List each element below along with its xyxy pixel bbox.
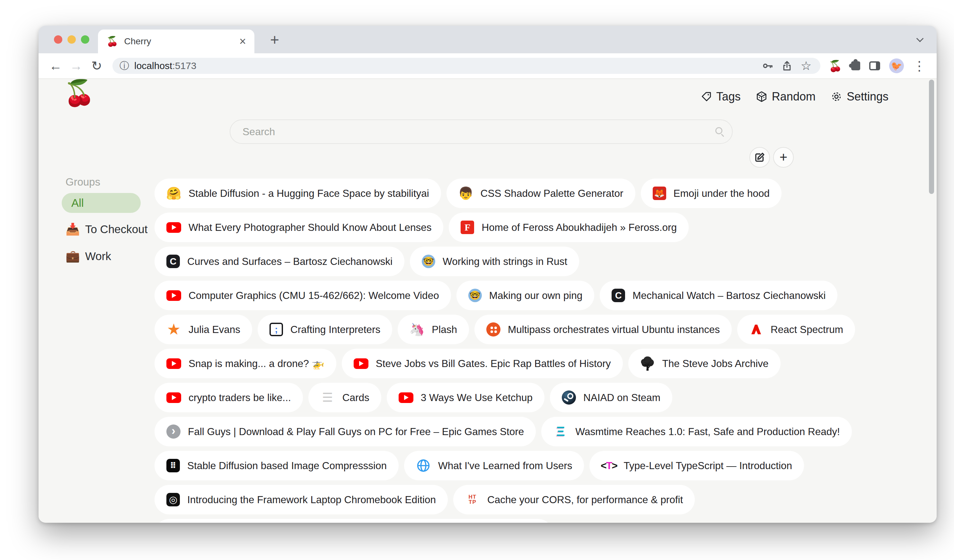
tag-icon [701,91,712,103]
tree-icon: 🌳 [640,356,655,370]
sidebar-item-to-checkout[interactable]: 📥 To Checkout [65,223,147,236]
feross-icon: F [461,221,474,234]
group-work-label: Work [85,250,111,263]
bookmark-pill[interactable]: React Spectrum [737,315,855,344]
new-tab-button[interactable]: + [265,30,284,49]
bookmark-pill[interactable]: HTTPCache your CORS, for performance & p… [453,485,695,514]
reload-button[interactable]: ↻ [87,56,106,75]
side-panel-icon[interactable] [869,61,880,70]
settings-button[interactable]: Settings [830,90,889,103]
youtube-icon [167,222,181,233]
password-key-icon[interactable] [761,60,775,72]
bookmark-pill[interactable]: 3 Ways We Use Ketchup [387,383,544,412]
ciechanowski-icon: C [612,289,625,302]
bookmark-pill[interactable]: ◎Introducing the Framework Laptop Chrome… [154,485,448,514]
bookmark-pill[interactable]: ★Julia Evans [154,315,252,344]
edit-button[interactable] [750,147,770,168]
bookmark-pill[interactable]: 🦊Emoji under the hood [641,179,781,208]
bookmark-pill[interactable]: CMechanical Watch – Bartosz Ciechanowski [600,281,837,310]
group-all-label: All [71,196,84,209]
bookmark-pill[interactable]: <T>Type-Level TypeScript — Introduction [589,451,804,481]
unicorn-icon: 🦄 [410,322,424,336]
add-bookmark-button[interactable]: + [773,147,794,168]
desktop-background: 🍒 Cherry × + ← → ↻ ⓘ localhost:5173 [0,0,954,560]
back-button[interactable]: ← [46,56,65,75]
bookmark-pill[interactable]: Steve Jobs vs Bill Gates. Epic Rap Battl… [342,349,623,378]
book-icon: ; [270,323,283,336]
extensions-puzzle-icon[interactable] [851,61,860,70]
bookmark-label: Plash [432,324,457,336]
bookmark-pill[interactable]: FHome of Feross Aboukhadijeh » Feross.or… [449,213,689,242]
globe-icon [416,459,431,473]
bookmark-pill[interactable]: Multipass orchestrates virtual Ubuntu in… [474,315,732,344]
bookmark-pill[interactable]: ;Crafting Interpreters [257,315,392,344]
framework-icon: ◎ [167,493,180,506]
bookmark-pill[interactable]: NAIAD on Steam [550,383,672,412]
http-toolkit-icon: HTTP [465,493,480,507]
window-close-button[interactable] [54,35,62,44]
bookmark-row: ★Julia Evans;Crafting Interpreters🦄Plash… [154,315,855,344]
forward-button[interactable]: → [67,56,86,75]
bookmark-pill[interactable]: 🦄Plash [398,315,469,344]
bookmark-row: 🤗Stable Diffusion - a Hugging Face Space… [154,179,855,208]
random-button[interactable]: Random [756,90,815,103]
bookmark-pill[interactable]: Snap is making... a drone? 🚁 [154,349,336,378]
epic-games-icon: › [167,425,181,439]
cherry-favicon-icon: 🍒 [106,37,118,46]
wasmtime-icon: Ξ [553,425,568,439]
page-nav: Tags Random Settings [701,90,889,103]
bookmark-pill[interactable]: CCurves and Surfaces – Bartosz Ciechanow… [154,247,404,276]
bookmark-label: Type-Level TypeScript — Introduction [624,460,792,472]
url-text: localhost:5173 [134,61,196,71]
browser-tab[interactable]: 🍒 Cherry × [98,30,254,53]
window-zoom-button[interactable] [81,35,89,44]
bookmark-pill[interactable]: Computer Graphics (CMU 15-462/662): Welc… [154,281,451,310]
bookmark-row: crypto traders be like...☰Cards3 Ways We… [154,383,855,412]
profile-avatar[interactable]: 🐦 [889,58,904,73]
sd-compression-icon: ⠿ [167,459,180,472]
bookmark-pill[interactable]: 🤓Making our own ping [457,281,595,310]
bookmark-label: The Steve Jobs Archive [662,358,768,370]
tab-close-icon[interactable]: × [239,36,246,47]
bookmark-label: Emoji under the hood [673,188,770,199]
bookmark-pill[interactable]: ›Fall Guys | Download & Play Fall Guys o… [154,417,536,446]
bookmark-pill[interactable]: What I've Learned from Users [404,451,584,481]
browser-menu-icon[interactable]: ⋮ [913,59,926,72]
search-bar [230,120,733,144]
bookmark-row: CCurves and Surfaces – Bartosz Ciechanow… [154,247,855,276]
gear-icon [830,90,843,103]
site-info-icon[interactable]: ⓘ [120,61,129,71]
share-icon[interactable] [780,60,794,72]
sidebar-item-all[interactable]: All [62,193,141,213]
bookmark-grid: 🤗Stable Diffusion - a Hugging Face Space… [154,179,855,514]
bookmark-label: What I've Learned from Users [438,460,572,472]
bookmark-pill[interactable]: crypto traders be like... [154,383,303,412]
tab-search-chevron-icon[interactable] [917,35,924,42]
window-minimize-button[interactable] [67,35,76,44]
bookmark-row: What Every Photographer Should Know Abou… [154,213,855,242]
tags-button[interactable]: Tags [701,90,741,103]
cherry-logo: 🍒 [64,80,95,105]
bookmark-row: ›Fall Guys | Download & Play Fall Guys o… [154,417,855,446]
bookmark-label: Stable Diffusion based Image Compresssio… [187,460,387,472]
search-input[interactable] [230,126,732,138]
url-bar[interactable]: ⓘ localhost:5173 ☆ [112,58,820,74]
bookmark-pill[interactable]: ΞWasmtime Reaches 1.0: Fast, Safe and Pr… [541,417,851,446]
cherry-extension-icon[interactable]: 🍒 [829,61,842,71]
bookmark-pill[interactable]: What Every Photographer Should Know Abou… [154,213,443,242]
typescript-icon: <T> [601,459,616,473]
ciechanowski-icon: C [167,255,180,268]
bookmark-pill[interactable]: 🤓Working with strings in Rust [410,247,579,276]
bookmark-pill-partial[interactable] [154,519,553,523]
sidebar-item-work[interactable]: 💼 Work [65,250,111,263]
browser-toolbar: ← → ↻ ⓘ localhost:5173 ☆ 🍒 🐦 ⋮ [39,53,937,79]
edit-pencil-icon [754,152,765,163]
bookmark-pill[interactable]: 👦CSS Shadow Palette Generator [446,179,635,208]
bookmark-star-icon[interactable]: ☆ [799,60,813,72]
bookmark-pill[interactable]: 🌳The Steve Jobs Archive [628,349,781,378]
bookmark-pill[interactable]: ☰Cards [309,383,381,412]
page-scrollbar-thumb[interactable] [929,79,934,194]
bookmark-pill[interactable]: ⠿Stable Diffusion based Image Compresssi… [154,451,399,481]
bookmark-pill[interactable]: 🤗Stable Diffusion - a Hugging Face Space… [154,179,441,208]
briefcase-icon: 💼 [65,250,80,262]
